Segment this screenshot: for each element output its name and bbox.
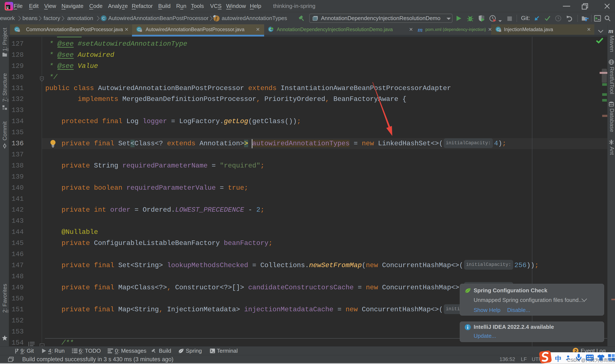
svg-text:IJ: IJ (7, 6, 9, 8)
svg-text:C: C (102, 16, 105, 21)
